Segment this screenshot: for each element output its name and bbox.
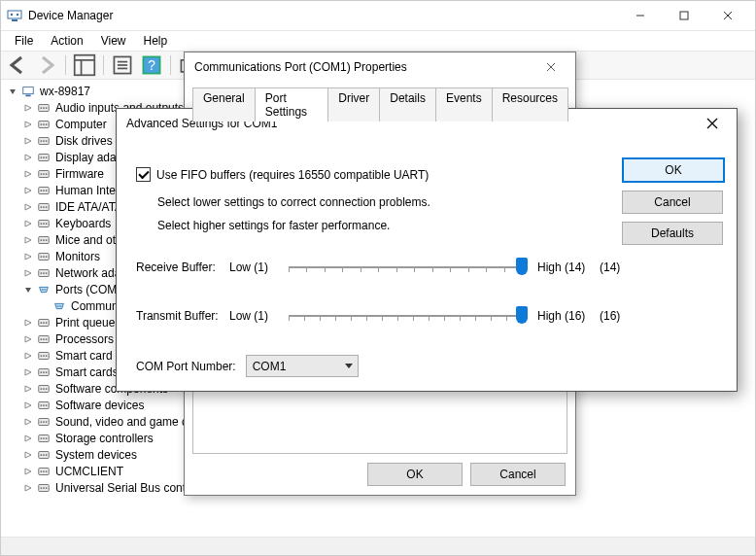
expand-icon[interactable] [22,251,34,262]
svg-point-50 [46,206,48,208]
device-icon [36,414,52,430]
svg-point-78 [41,338,43,340]
expand-icon[interactable] [22,449,34,461]
tab-details[interactable]: Details [379,87,436,122]
svg-point-29 [43,123,45,125]
close-button[interactable] [705,2,749,29]
show-hide-tree-button[interactable] [72,52,97,78]
help-button[interactable]: ? [139,52,164,78]
expand-icon[interactable] [38,300,50,312]
com-port-combobox[interactable]: COM1 [246,355,359,377]
expand-icon[interactable] [22,168,34,180]
forward-button[interactable] [34,52,59,78]
svg-point-42 [46,173,48,175]
receive-high: High (14) [537,261,594,274]
menu-view[interactable]: View [93,32,134,50]
device-label: Smart cards [55,365,119,379]
expand-icon[interactable] [22,234,34,246]
expand-icon[interactable] [22,366,34,378]
fifo-checkbox[interactable]: Use FIFO buffers (requires 16550 compati… [136,167,630,182]
expand-icon[interactable] [22,284,34,295]
svg-point-111 [43,470,45,472]
svg-point-3 [17,14,18,16]
receive-slider-thumb[interactable] [516,258,528,275]
device-icon [36,365,52,380]
svg-point-41 [43,173,45,175]
svg-point-80 [46,338,48,340]
receive-slider[interactable] [289,258,522,277]
svg-point-96 [46,404,48,406]
expand-icon[interactable] [22,400,34,411]
expand-icon[interactable] [22,433,34,444]
expand-icon[interactable] [22,466,34,477]
expand-icon[interactable] [22,185,34,196]
expand-icon[interactable] [22,267,34,279]
svg-point-88 [46,371,48,373]
tab-resources[interactable]: Resources [492,87,568,122]
adv-cancel-button[interactable]: Cancel [622,191,723,214]
svg-point-100 [46,421,48,423]
expand-icon[interactable] [22,416,34,428]
svg-point-76 [46,322,48,324]
svg-point-64 [41,272,43,274]
expand-icon[interactable] [22,135,34,147]
expand-icon[interactable] [22,383,34,395]
transmit-slider-thumb[interactable] [516,306,528,324]
menu-action[interactable]: Action [43,32,90,50]
device-icon [36,398,52,413]
hint-higher: Select higher settings for faster perfor… [157,219,630,232]
transmit-slider[interactable] [289,306,522,326]
device-icon [36,183,52,198]
tab-general[interactable]: General [192,87,256,122]
transmit-value: (16) [600,309,629,323]
expand-icon[interactable] [7,86,18,97]
expand-icon[interactable] [22,201,34,213]
properties-button[interactable] [110,52,135,78]
svg-rect-8 [75,55,95,76]
svg-point-115 [43,487,45,489]
svg-point-72 [60,305,61,306]
svg-point-45 [43,190,45,191]
expand-icon[interactable] [22,119,34,130]
tab-driver[interactable]: Driver [327,87,380,122]
props-cancel-button[interactable]: Cancel [470,463,566,486]
device-icon [36,100,52,116]
adv-ok-button[interactable]: OK [622,157,725,183]
svg-point-61 [43,256,45,258]
svg-point-34 [46,140,48,142]
expand-icon[interactable] [22,317,34,329]
tab-events[interactable]: Events [435,87,493,122]
device-icon [36,265,52,281]
transmit-buffer-label: Transmit Buffer: [136,309,223,323]
back-button[interactable] [5,52,30,78]
svg-point-68 [43,289,44,290]
device-icon [36,117,52,132]
svg-point-95 [43,404,45,406]
svg-point-112 [46,470,48,472]
menu-help[interactable]: Help [136,32,176,50]
expand-icon[interactable] [22,333,34,345]
tab-port-settings[interactable]: Port Settings [255,87,329,122]
props-ok-button[interactable]: OK [367,463,463,486]
expand-icon[interactable] [22,102,34,114]
menu-file[interactable]: File [7,32,41,50]
expand-icon[interactable] [22,218,34,229]
dialog-close-button[interactable] [536,55,566,79]
svg-point-98 [41,421,43,423]
device-label: Processors [55,332,114,346]
device-label: wx-89817 [40,85,90,98]
svg-rect-5 [680,12,688,19]
adv-defaults-button[interactable]: Defaults [622,222,723,245]
svg-point-2 [11,14,13,16]
expand-icon[interactable] [22,482,34,494]
maximize-button[interactable] [662,2,705,29]
minimize-button[interactable] [618,2,662,29]
svg-point-26 [46,107,48,109]
statusbar [1,537,755,555]
expand-icon[interactable] [22,152,34,163]
dialog-tabs: General Port Settings Driver Details Eve… [185,82,575,122]
adv-close-button[interactable] [698,112,727,135]
expand-icon[interactable] [22,350,34,362]
svg-point-58 [46,239,48,241]
svg-point-46 [46,190,48,191]
